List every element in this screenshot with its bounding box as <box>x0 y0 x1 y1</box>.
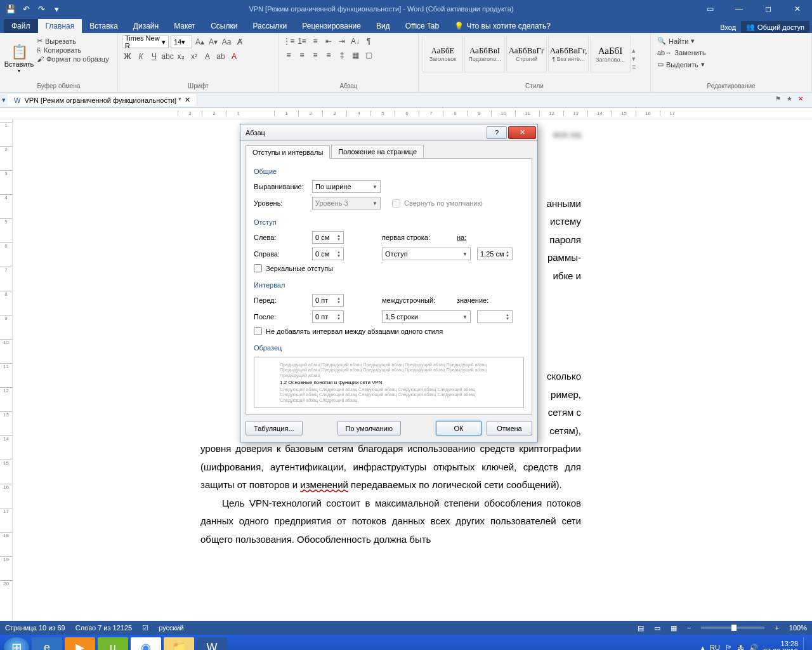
ruler-horizontal[interactable]: 3211234567891011121314151617 <box>0 108 812 119</box>
undo-icon[interactable]: ↶ <box>19 2 33 16</box>
status-words[interactable]: Слово 7 из 12125 <box>75 624 133 632</box>
bullets-icon[interactable]: ⋮≡ <box>283 36 294 47</box>
tab-review[interactable]: Рецензирование <box>294 19 369 33</box>
tray-network-icon[interactable]: 🖧 <box>737 644 744 650</box>
start-button[interactable]: ⊞ <box>4 637 29 650</box>
tab-view[interactable]: Вид <box>369 19 398 33</box>
firstline-combo[interactable]: Отступ▼ <box>382 248 471 260</box>
status-page[interactable]: Страница 10 из 69 <box>5 624 65 632</box>
doc-tab-close-icon[interactable]: ✕ <box>185 96 190 104</box>
text-effect-icon[interactable]: A <box>202 51 213 62</box>
zoom-out-icon[interactable]: − <box>687 624 691 632</box>
no-space-checkbox[interactable] <box>254 327 262 335</box>
maximize-icon[interactable]: ◻ <box>754 0 783 18</box>
minimize-icon[interactable]: — <box>724 0 754 18</box>
shading-icon[interactable]: ▦ <box>350 50 361 61</box>
borders-icon[interactable]: ▢ <box>363 50 374 61</box>
qat-more-icon[interactable]: ▾ <box>49 2 63 16</box>
signin-button[interactable]: Вход <box>715 22 741 33</box>
tab-design[interactable]: Дизайн <box>126 19 166 33</box>
style-scroll[interactable]: ▴▾≡ <box>632 36 642 81</box>
mirror-checkbox[interactable] <box>254 264 262 272</box>
style-item[interactable]: АаБбЕЗаголовок <box>422 36 463 72</box>
grow-font-icon[interactable]: A▴ <box>194 36 206 48</box>
ok-button[interactable]: ОК <box>436 421 481 435</box>
tray-volume-icon[interactable]: 🔊 <box>749 644 758 651</box>
zoom-in-icon[interactable]: + <box>775 624 778 632</box>
style-item[interactable]: АаБбВвІПодзаголо... <box>464 36 505 72</box>
find-button[interactable]: 🔍 Найти ▾ <box>655 36 709 46</box>
doc-list-icon[interactable]: ▾ <box>0 96 8 104</box>
after-spin[interactable]: 0 пт▲▼ <box>312 310 344 323</box>
dialog-tab-pagination[interactable]: Положение на странице <box>331 145 424 158</box>
at-spin[interactable]: ▲▼ <box>477 310 513 323</box>
tray-expand-icon[interactable]: ▴ <box>701 644 705 651</box>
cut-button[interactable]: ✂ Вырезать <box>37 37 109 45</box>
style-gallery[interactable]: АаБбЕЗаголовок АаБбВвІПодзаголо... АаБбВ… <box>422 36 642 81</box>
doc-tab-pin-icon[interactable]: ⚑ <box>775 95 785 105</box>
tab-insert[interactable]: Вставка <box>82 19 126 33</box>
subscript-icon[interactable]: x₂ <box>175 51 187 62</box>
dialog-titlebar[interactable]: Абзац ? ✕ <box>240 124 537 141</box>
multilevel-icon[interactable]: ≡ <box>310 36 321 47</box>
default-button[interactable]: По умолчанию <box>337 421 401 435</box>
indent-right-spin[interactable]: 0 см▲▼ <box>312 248 344 260</box>
increase-indent-icon[interactable]: ⇥ <box>336 36 348 47</box>
dialog-help-icon[interactable]: ? <box>487 126 507 139</box>
tray-lang[interactable]: RU <box>710 644 720 650</box>
before-spin[interactable]: 0 пт▲▼ <box>312 294 344 307</box>
paste-button[interactable]: 📋Вставить▾ <box>4 36 34 81</box>
style-item[interactable]: АаБбВвГг,¶ Без инте... <box>548 36 589 72</box>
tell-me[interactable]: 💡 Что вы хотите сделать? <box>447 19 558 33</box>
view-read-icon[interactable]: ▤ <box>638 624 644 632</box>
clear-format-icon[interactable]: A̸ <box>234 36 246 48</box>
decrease-indent-icon[interactable]: ⇤ <box>323 36 334 47</box>
doc-tab[interactable]: WVPN [Режим ограниченной функциональност… <box>8 94 197 106</box>
close-icon[interactable]: ✕ <box>783 0 812 18</box>
dialog-tab-indents[interactable]: Отступы и интервалы <box>246 145 330 159</box>
copy-button[interactable]: ⎘ Копировать <box>37 46 109 54</box>
task-media-icon[interactable]: ▶ <box>65 637 95 650</box>
shrink-font-icon[interactable]: A▾ <box>207 36 219 48</box>
font-size-combo[interactable]: 14▾ <box>171 36 192 48</box>
tab-references[interactable]: Ссылки <box>203 19 245 33</box>
highlight-icon[interactable]: ab <box>215 51 226 62</box>
tray-clock[interactable]: 13:28 07.06.2019 <box>763 640 798 650</box>
task-explorer-icon[interactable]: 📁 <box>164 637 194 650</box>
task-torrent-icon[interactable]: µ <box>98 637 128 650</box>
tab-mailings[interactable]: Рассылки <box>245 19 294 33</box>
view-print-icon[interactable]: ▭ <box>654 624 660 632</box>
tabs-button[interactable]: Табуляция... <box>246 421 303 435</box>
strike-icon[interactable]: abc <box>162 51 173 62</box>
save-icon[interactable]: 💾 <box>4 2 18 16</box>
zoom-slider[interactable] <box>701 627 764 629</box>
style-item[interactable]: АаБбIЗаголово... <box>590 36 631 72</box>
tray-flag-icon[interactable]: 🏳 <box>725 644 732 650</box>
sort-icon[interactable]: A↓ <box>350 36 361 47</box>
tab-home[interactable]: Главная <box>38 19 82 33</box>
align-left-icon[interactable]: ≡ <box>283 50 294 61</box>
line-spacing-combo[interactable]: 1,5 строки▼ <box>382 310 471 323</box>
change-case-icon[interactable]: Aa <box>221 36 232 48</box>
replace-button[interactable]: ab↔ Заменить <box>655 48 709 58</box>
tab-layout[interactable]: Макет <box>166 19 203 33</box>
share-button[interactable]: 👥Общий доступ <box>741 21 809 33</box>
redo-icon[interactable]: ↷ <box>34 2 48 16</box>
dialog-close-icon[interactable]: ✕ <box>508 126 536 139</box>
justify-icon[interactable]: ≡ <box>323 50 334 61</box>
show-marks-icon[interactable]: ¶ <box>363 36 374 47</box>
show-desktop-button[interactable] <box>803 637 808 650</box>
status-language[interactable]: русский <box>159 624 183 632</box>
status-proofing-icon[interactable]: ☑ <box>142 624 148 632</box>
superscript-icon[interactable]: x² <box>188 51 200 62</box>
select-button[interactable]: ▭ Выделить ▾ <box>655 59 709 70</box>
task-chrome-icon[interactable]: ◉ <box>131 637 161 650</box>
by-spin[interactable]: 1,25 см▲▼ <box>477 248 513 260</box>
italic-icon[interactable]: К <box>135 51 147 62</box>
tab-officetab[interactable]: Office Tab <box>398 19 447 33</box>
indent-left-spin[interactable]: 0 см▲▼ <box>312 231 344 244</box>
zoom-level[interactable]: 100% <box>789 624 807 632</box>
format-painter-button[interactable]: 🖌 Формат по образцу <box>37 55 109 63</box>
font-color-icon[interactable]: A <box>228 51 240 62</box>
align-center-icon[interactable]: ≡ <box>296 50 308 61</box>
